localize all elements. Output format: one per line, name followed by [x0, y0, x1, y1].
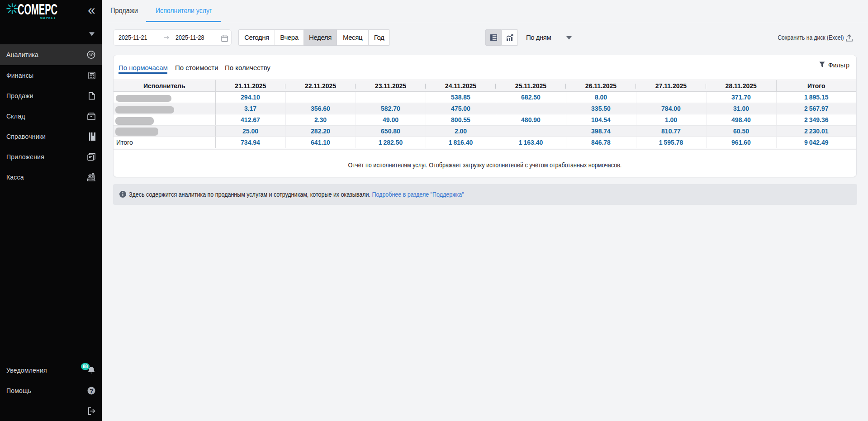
- svg-text:?: ?: [90, 387, 93, 394]
